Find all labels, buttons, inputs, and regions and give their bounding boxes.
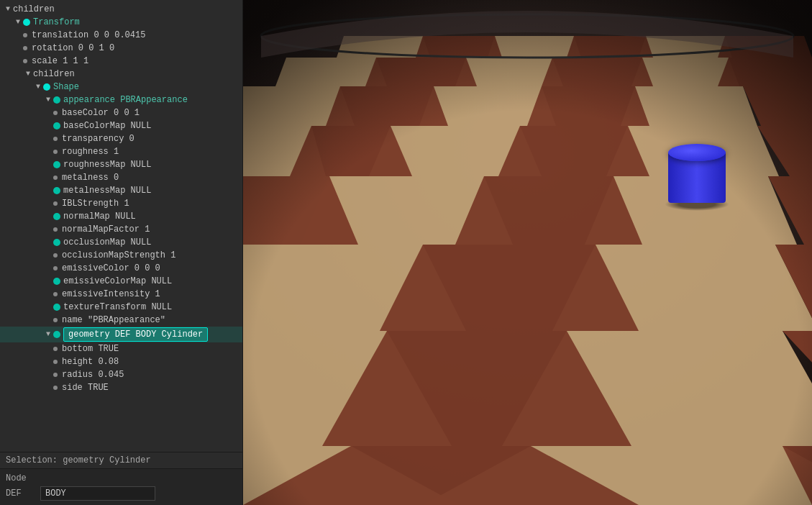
dot-occlusionmap [53, 239, 60, 246]
node-label-iblstrength: IBLStrength 1 [62, 198, 129, 209]
selection-bar: Selection: geometry Cylinder [0, 452, 242, 468]
tree-node-scale[interactable]: scale 1 1 1 [0, 55, 242, 68]
tree-node-basecolormap[interactable]: baseColorMap NULL [0, 119, 242, 132]
dot-basecolormap [53, 122, 60, 129]
node-label-occlusionmapstrength: occlusionMapStrength 1 [62, 250, 175, 261]
dot-iblstrength [53, 201, 58, 206]
node-label-bottom: bottom TRUE [62, 343, 119, 355]
chess-board-bg [243, 0, 812, 505]
tree-node-transparency[interactable]: transparency 0 [0, 132, 242, 145]
node-label-geometry: geometry DEF BODY Cylinder [63, 327, 208, 342]
tree-node-occlusionmap[interactable]: occlusionMap NULL [0, 236, 242, 249]
arrow-children-inner[interactable] [23, 68, 33, 80]
dot-geometry [53, 331, 60, 338]
node-label-static: Node [6, 473, 35, 483]
node-label-metalness: metalness 0 [62, 172, 119, 183]
left-panel: children Transform translation 0 0 0.041… [0, 0, 243, 505]
tree-node-roughness[interactable]: roughness 1 [0, 145, 242, 158]
tree-node-basecolor[interactable]: baseColor 0 0 1 [0, 106, 242, 119]
node-label-basecolormap: baseColorMap NULL [63, 120, 151, 132]
dot-height [53, 360, 58, 364]
tree-node-name[interactable]: name "PBRAppearance" [0, 314, 242, 327]
node-label-scale: scale 1 1 1 [32, 55, 88, 67]
node-label-emissiveintensity: emissiveIntensity 1 [62, 288, 160, 300]
dot-emissiveintensity [53, 292, 58, 296]
svg-rect-44 [243, 0, 812, 505]
tree-area[interactable]: children Transform translation 0 0 0.041… [0, 0, 242, 452]
dot-normalmapfactor [53, 227, 58, 232]
node-label-appearance: appearance PBRAppearance [63, 94, 188, 106]
tree-node-iblstrength[interactable]: IBLStrength 1 [0, 197, 242, 210]
dot-transform [23, 19, 30, 26]
arrow-children-root[interactable] [3, 4, 13, 15]
node-label-name: name "PBRAppearance" [62, 314, 165, 326]
dot-metalness [53, 176, 58, 180]
arrow-transform[interactable] [13, 17, 23, 28]
cylinder-shape [668, 144, 726, 201]
dot-rotation [23, 46, 27, 50]
tree-node-rotation[interactable]: rotation 0 0 1 0 [0, 42, 242, 55]
viewport-canvas [243, 0, 812, 505]
tree-node-emissivecolormap[interactable]: emissiveColorMap NULL [0, 275, 242, 288]
node-label-transparency: transparency 0 [62, 133, 134, 145]
tree-node-emissiveintensity[interactable]: emissiveIntensity 1 [0, 288, 242, 301]
tree-node-metalnessmap[interactable]: metalnessMap NULL [0, 184, 242, 197]
tree-node-occlusionmapstrength[interactable]: occlusionMapStrength 1 [0, 249, 242, 262]
node-label-radius: radius 0.045 [62, 369, 124, 381]
main-layout: children Transform translation 0 0 0.041… [0, 0, 812, 505]
dot-radius [53, 373, 58, 377]
bottom-panel: Node DEF [0, 468, 242, 505]
dot-scale [23, 59, 27, 63]
node-label-children-inner: children [33, 68, 75, 80]
tree-node-normalmap[interactable]: normalMap NULL [0, 210, 242, 223]
tree-node-geometry[interactable]: geometry DEF BODY Cylinder [0, 327, 242, 342]
node-label-normalmap: normalMap NULL [63, 211, 136, 222]
tree-node-translation[interactable]: translation 0 0 0.0415 [0, 29, 242, 42]
dot-occlusionmapstrength [53, 253, 58, 258]
viewport[interactable] [243, 0, 812, 505]
selection-label: Selection: geometry Cylinder [6, 455, 151, 465]
node-label-roughnessmap: roughnessMap NULL [63, 159, 151, 170]
node-label-texturetransform: textureTransform NULL [63, 301, 172, 313]
tree-node-shape[interactable]: Shape [0, 81, 242, 94]
dot-bottom [53, 347, 58, 351]
dot-appearance [53, 96, 60, 104]
tree-node-side[interactable]: side TRUE [0, 381, 242, 394]
node-label-rotation: rotation 0 0 1 0 [32, 42, 114, 54]
def-input[interactable] [40, 486, 155, 501]
dot-normalmap [53, 213, 60, 220]
node-label-metalnessmap: metalnessMap NULL [63, 185, 151, 196]
def-label-static: DEF [6, 488, 35, 499]
tree-node-normalmapfactor[interactable]: normalMapFactor 1 [0, 223, 242, 236]
tree-node-children-inner[interactable]: children [0, 68, 242, 81]
node-label-shape: Shape [53, 81, 79, 93]
tree-node-height[interactable]: height 0.08 [0, 355, 242, 368]
bottom-row-def: DEF [6, 486, 237, 501]
dot-roughness [53, 150, 58, 154]
arrow-geometry[interactable] [43, 329, 53, 340]
node-label-emissivecolormap: emissiveColorMap NULL [63, 276, 172, 287]
arrow-shape[interactable] [33, 81, 43, 93]
node-label-transform: Transform [33, 17, 80, 28]
tree-node-children-root[interactable]: children [0, 3, 242, 16]
node-label-roughness: roughness 1 [62, 146, 119, 158]
dot-basecolor [53, 111, 58, 115]
tree-node-appearance[interactable]: appearance PBRAppearance [0, 94, 242, 106]
node-label-height: height 0.08 [62, 356, 119, 368]
node-label-occlusionmap: occlusionMap NULL [63, 237, 151, 248]
tree-node-metalness[interactable]: metalness 0 [0, 171, 242, 184]
dot-translation [23, 33, 27, 37]
node-label-basecolor: baseColor 0 0 1 [62, 107, 140, 119]
tree-node-emissivecolor[interactable]: emissiveColor 0 0 0 [0, 262, 242, 275]
tree-node-roughnessmap[interactable]: roughnessMap NULL [0, 158, 242, 171]
dot-side [53, 386, 58, 390]
node-label-children-root: children [13, 4, 55, 15]
arrow-appearance[interactable] [43, 94, 53, 106]
dot-transparency [53, 137, 58, 141]
tree-node-transform[interactable]: Transform [0, 16, 242, 29]
tree-node-bottom[interactable]: bottom TRUE [0, 342, 242, 355]
tree-node-radius[interactable]: radius 0.045 [0, 368, 242, 381]
dot-metalnessmap [53, 187, 60, 194]
tree-node-texturetransform[interactable]: textureTransform NULL [0, 301, 242, 314]
node-label-side: side TRUE [62, 382, 109, 393]
